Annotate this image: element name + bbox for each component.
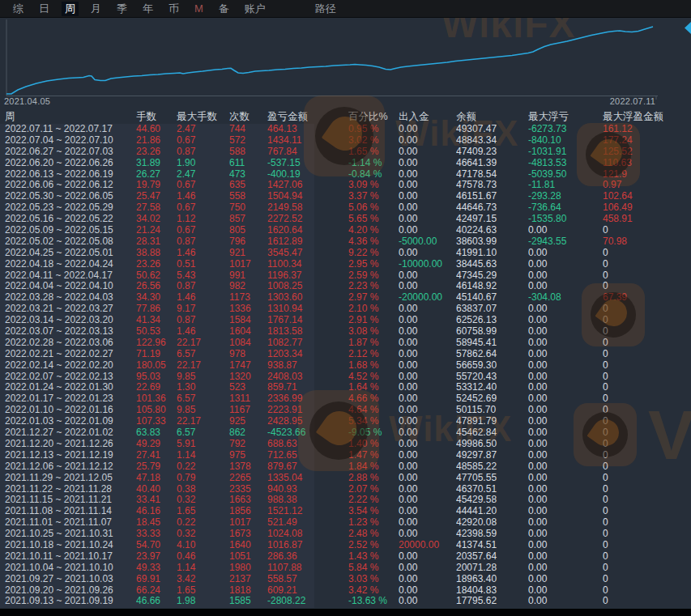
table-row[interactable]: 2021.11.29 ~ 2021.12.0547.180.7922651335… (0, 473, 691, 484)
table-row[interactable]: 2022.04.18 ~ 2022.04.2423.260.5110171100… (0, 259, 691, 270)
menu-item[interactable]: M (191, 2, 207, 16)
table-row[interactable]: 2022.05.23 ~ 2022.05.2927.580.677502149.… (0, 202, 691, 214)
menu-item[interactable]: 周 (62, 2, 79, 16)
cell-week: 2021.09.13 ~ 2021.09.19 (5, 596, 136, 607)
cell-times: 2335 (229, 484, 267, 495)
cell-max_lots: 0.46 (177, 551, 229, 563)
table-row[interactable]: 2022.02.28 ~ 2022.03.06122.9622.17108410… (0, 338, 691, 349)
cell-max_float_loss: 0.00 (528, 484, 603, 495)
cell-max_float_loss: 0.00 (528, 360, 603, 372)
cell-times: 1585 (229, 596, 267, 607)
table-row[interactable]: 2022.01.03 ~ 2022.01.09107.3322.17925242… (0, 416, 691, 427)
table-row[interactable]: 2021.09.20 ~ 2021.09.2666.241.651818609.… (0, 585, 691, 597)
cell-max_float_loss: 0.00 (528, 416, 603, 427)
cell-inout: 0.00 (399, 147, 456, 158)
cell-inout: 0.00 (399, 495, 456, 506)
cell-inout: 0.00 (399, 416, 456, 427)
table-row[interactable]: 2021.12.20 ~ 2021.12.2649.295.91792688.6… (0, 439, 691, 450)
menu-item[interactable]: 季 (113, 2, 130, 16)
column-header: 次数 (229, 110, 267, 124)
table-row[interactable]: 2022.01.24 ~ 2022.01.3022.691.30523859.7… (0, 382, 691, 393)
cell-max_float_profit: 0 (603, 461, 691, 473)
table-row[interactable]: 2021.10.25 ~ 2021.10.3133.330.3216731024… (0, 529, 691, 540)
cell-balance: 49986.50 (456, 439, 528, 450)
cell-max_lots: 1.65 (177, 506, 229, 517)
table-row[interactable]: 2022.02.07 ~ 2022.02.1395.039.8513202408… (0, 372, 691, 383)
table-row[interactable]: 2022.03.14 ~ 2022.03.2041.340.8715841767… (0, 315, 691, 326)
table-row[interactable]: 2021.10.04 ~ 2021.10.1049.331.1419801107… (0, 563, 691, 574)
cell-balance: 47345.29 (456, 270, 528, 282)
cell-max_float_profit: 0 (603, 563, 691, 574)
table-row[interactable]: 2022.04.04 ~ 2022.04.1026.560.879821008.… (0, 281, 691, 292)
menu-item[interactable]: 日 (36, 2, 53, 16)
cell-max_float_profit: 0 (603, 506, 691, 517)
table-row[interactable]: 2022.06.06 ~ 2022.06.1219.790.676351427.… (0, 180, 691, 191)
table-row[interactable]: 2022.05.16 ~ 2022.05.2234.021.128572272.… (0, 214, 691, 225)
cell-pnl: 1521.12 (267, 506, 348, 517)
menu-item[interactable]: 备 (215, 2, 232, 16)
table-row[interactable]: 2021.11.15 ~ 2021.11.2133.410.321663988.… (0, 495, 691, 506)
table-row[interactable]: 2022.07.04 ~ 2022.07.1021.860.675721434.… (0, 135, 691, 147)
cell-times: 982 (229, 281, 267, 292)
table-row[interactable]: 2021.12.06 ~ 2021.12.1225.790.221378879.… (0, 461, 691, 473)
table-row[interactable]: 2021.12.13 ~ 2021.12.1927.411.14975712.6… (0, 450, 691, 461)
cell-pct: 5.84 % (348, 563, 399, 574)
table-row[interactable]: 2021.09.27 ~ 2021.10.0369.913.422137558.… (0, 574, 691, 585)
cell-max_float_loss: 0.00 (528, 382, 603, 393)
cell-max_float_profit: 0 (603, 574, 691, 585)
cell-max_float_loss: 0.00 (528, 585, 603, 597)
table-row[interactable]: 2021.10.11 ~ 2021.10.1723.970.461051286.… (0, 551, 691, 563)
table-row[interactable]: 2022.07.11 ~ 2022.07.1744.602.47744464.1… (0, 124, 691, 135)
cell-times: 1640 (229, 540, 267, 551)
table-row[interactable]: 2022.01.10 ~ 2022.01.16105.809.851167222… (0, 405, 691, 416)
table-row[interactable]: 2022.02.14 ~ 2022.02.20180.0522.17174793… (0, 360, 691, 372)
cell-week: 2022.04.25 ~ 2022.05.01 (5, 248, 136, 259)
table-row[interactable]: 2021.12.27 ~ 2022.01.0263.836.57862-4523… (0, 427, 691, 439)
table-row[interactable]: 2022.05.09 ~ 2022.05.1521.240.678051620.… (0, 225, 691, 236)
cell-pnl: 1082.77 (267, 338, 348, 349)
cell-max_float_profit: 0 (603, 529, 691, 540)
cell-times: 925 (229, 416, 267, 427)
table-row[interactable]: 2022.03.07 ~ 2022.03.1350.531.4616041813… (0, 326, 691, 338)
table-row[interactable]: 2022.05.02 ~ 2022.05.0828.310.877961612.… (0, 236, 691, 248)
cell-inout: 0.00 (399, 270, 456, 282)
cell-max_float_loss: 0.00 (528, 281, 603, 292)
table-row[interactable]: 2022.05.30 ~ 2022.06.0525.471.465581504.… (0, 191, 691, 202)
table-row[interactable]: 2022.06.13 ~ 2022.06.1926.272.47473-400.… (0, 169, 691, 181)
cell-week: 2022.05.16 ~ 2022.05.22 (5, 214, 136, 225)
menu-item[interactable]: 月 (87, 2, 105, 16)
table-row[interactable]: 2022.03.21 ~ 2022.03.2777.869.1713361310… (0, 304, 691, 315)
cell-pnl: 1335.04 (267, 473, 348, 484)
cell-week: 2022.05.30 ~ 2022.06.05 (5, 191, 136, 202)
cell-inout: 0.00 (399, 304, 456, 315)
cell-balance: 47178.54 (456, 169, 528, 181)
cell-pct: 1.47 % (348, 450, 399, 461)
menu-item[interactable]: 年 (139, 2, 156, 16)
menu-item[interactable]: 币 (165, 2, 182, 16)
table-row[interactable]: 2022.03.28 ~ 2022.04.0334.301.4611731303… (0, 292, 691, 304)
table-row[interactable]: 2022.04.25 ~ 2022.05.0138.881.469213545.… (0, 248, 691, 259)
cell-pct: 1.64 % (348, 382, 399, 393)
cell-pnl: 1008.25 (267, 281, 348, 292)
table-row[interactable]: 2022.02.21 ~ 2022.02.2771.196.579781203.… (0, 349, 691, 360)
table-row[interactable]: 2022.06.20 ~ 2022.06.2631.891.90611-537.… (0, 158, 691, 169)
cell-max_float_profit: 0 (603, 382, 691, 393)
menu-item[interactable]: 综 (10, 2, 27, 16)
column-header: 手数 (136, 110, 177, 124)
cell-max_lots: 1.98 (177, 596, 229, 607)
cell-balance: 44646.73 (456, 202, 528, 214)
cell-lots: 71.19 (136, 349, 177, 360)
table-row[interactable]: 2022.01.17 ~ 2022.01.23101.366.571311233… (0, 393, 691, 405)
cell-max_float_profit: 0 (603, 270, 691, 282)
table-row[interactable]: 2022.04.11 ~ 2022.04.1750.625.439911196.… (0, 270, 691, 282)
menu-item-path[interactable]: 路径 (312, 2, 339, 16)
table-row[interactable]: 2021.11.01 ~ 2021.11.0718.450.221017521.… (0, 517, 691, 529)
menu-item[interactable]: 账户 (241, 2, 269, 16)
table-row[interactable]: 2021.09.13 ~ 2021.09.1946.661.981585-280… (0, 596, 691, 607)
table-row[interactable]: 2022.06.27 ~ 2022.07.0323.260.87588767.8… (0, 147, 691, 158)
cell-lots: 19.79 (136, 180, 177, 191)
table-row[interactable]: 2021.11.22 ~ 2021.11.2840.400.382335940.… (0, 484, 691, 495)
cell-week: 2022.06.13 ~ 2022.06.19 (5, 169, 136, 181)
table-row[interactable]: 2021.10.18 ~ 2021.10.2454.704.1016401016… (0, 540, 691, 551)
table-row[interactable]: 2021.11.08 ~ 2021.11.1446.161.6518561521… (0, 506, 691, 517)
